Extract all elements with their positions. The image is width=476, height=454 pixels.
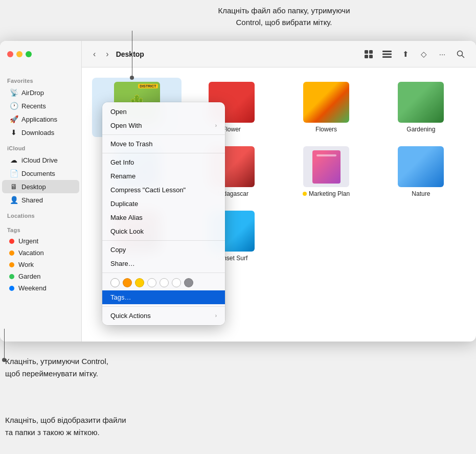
sidebar-item-applications[interactable]: 🚀 Applications <box>2 112 79 126</box>
context-menu: Open Open With › Move to Trash Get Info … <box>102 102 225 325</box>
garden-tag-dot <box>9 274 14 279</box>
sidebar-label-garden: Garden <box>18 273 40 280</box>
file-label-nature: Nature <box>412 190 430 197</box>
ctx-get-info[interactable]: Get Info <box>102 155 225 169</box>
finder-window: Favorites 📡 AirDrop 🕐 Recents 🚀 Applicat… <box>0 41 476 342</box>
ctx-open[interactable]: Open <box>102 105 225 119</box>
downloads-icon: ⬇ <box>9 128 18 137</box>
tag-circle-orange[interactable] <box>123 278 132 287</box>
applications-icon: 🚀 <box>9 115 18 124</box>
forward-button[interactable]: › <box>103 48 111 61</box>
ctx-open-with[interactable]: Open With › <box>102 119 225 132</box>
sidebar-label-urgent: Urgent <box>18 237 38 245</box>
ctx-sep-4 <box>102 273 225 273</box>
view-grid-button[interactable] <box>361 47 376 61</box>
gardening-thumbnail <box>398 82 444 123</box>
ctx-quick-look[interactable]: Quick Look <box>102 224 225 238</box>
sidebar-label-weekend: Weekend <box>18 284 47 292</box>
file-item-nature[interactable]: Nature <box>376 142 466 201</box>
ctx-copy[interactable]: Copy <box>102 243 225 257</box>
sidebar-item-work[interactable]: Work <box>2 259 79 270</box>
sidebar-label-shared: Shared <box>21 196 43 204</box>
sidebar-item-urgent[interactable]: Urgent <box>2 235 79 247</box>
sidebar-item-desktop[interactable]: 🖥 Desktop <box>2 180 79 193</box>
sidebar-section-icloud: iCloud <box>0 139 81 153</box>
shared-icon: 👤 <box>9 195 18 205</box>
work-tag-dot <box>9 262 14 267</box>
documents-icon: 📄 <box>9 169 18 178</box>
sidebar-label-desktop: Desktop <box>21 183 46 191</box>
district-badge: DISTRICT <box>138 84 157 88</box>
sidebar-label-documents: Documents <box>21 170 55 177</box>
sidebar-label-applications: Applications <box>21 116 57 123</box>
svg-line-8 <box>462 55 464 57</box>
sidebar-section-favorites: Favorites <box>0 72 81 86</box>
toolbar-title: Desktop <box>116 50 357 58</box>
ctx-rename[interactable]: Rename <box>102 169 225 183</box>
file-label-marketing: Marketing Plan <box>303 190 350 197</box>
ctx-sep-1 <box>102 134 225 135</box>
marketing-thumbnail <box>312 150 341 184</box>
ctx-compress[interactable]: Compress "Cacti Lesson" <box>102 183 225 197</box>
file-thumb-marketing <box>303 146 349 187</box>
file-item-gardening[interactable]: Gardening <box>376 78 466 137</box>
file-thumb-flowers <box>303 82 349 123</box>
more-button[interactable]: ··· <box>435 47 449 61</box>
ctx-sep-3 <box>102 240 225 241</box>
ctx-quick-actions[interactable]: Quick Actions › <box>102 309 225 323</box>
sidebar-item-weekend[interactable]: Weekend <box>2 282 79 294</box>
ctx-share[interactable]: Share… <box>102 257 225 270</box>
sidebar-item-garden[interactable]: Garden <box>2 270 79 282</box>
file-item-marketing[interactable]: Marketing Plan <box>282 142 371 201</box>
toolbar-icons: ⬆ ◇ ··· <box>361 47 468 61</box>
ctx-move-to-trash[interactable]: Move to Trash <box>102 137 225 151</box>
ctx-sep-5 <box>102 306 225 307</box>
svg-rect-5 <box>382 53 392 55</box>
tag-circle-white2[interactable] <box>160 278 169 287</box>
tag-circle-white3[interactable] <box>172 278 181 287</box>
sidebar-item-recents[interactable]: 🕐 Recents <box>2 99 79 112</box>
callout-dot-bottom <box>2 358 6 362</box>
sidebar-label-recents: Recents <box>21 102 46 110</box>
sidebar-item-downloads[interactable]: ⬇ Downloads <box>2 126 79 139</box>
search-button[interactable] <box>454 47 468 61</box>
callout-line-bottom <box>4 329 5 359</box>
file-item-flowers[interactable]: Flowers <box>282 78 371 137</box>
annotation-bottom-left: Клацніть, щоб відобразити файли та папки… <box>5 414 126 439</box>
callout-dot-top <box>130 76 134 80</box>
tag-circle-yellow[interactable] <box>135 278 144 287</box>
traffic-light-minimize[interactable] <box>16 51 22 57</box>
sidebar-item-vacation[interactable]: Vacation <box>2 247 79 259</box>
svg-rect-0 <box>365 50 368 54</box>
tag-button[interactable]: ◇ <box>417 47 431 61</box>
ctx-sep-2 <box>102 153 225 153</box>
traffic-light-fullscreen[interactable] <box>26 51 32 57</box>
file-label-gardening: Gardening <box>406 126 435 133</box>
tag-circle-none[interactable] <box>110 278 120 287</box>
traffic-light-close[interactable] <box>7 51 13 57</box>
ctx-make-alias[interactable]: Make Alias <box>102 211 225 224</box>
file-thumb-nature <box>398 146 444 187</box>
back-button[interactable]: ‹ <box>90 48 99 61</box>
ctx-tags[interactable]: Tags… <box>102 290 225 304</box>
sidebar-label-airdrop: AirDrop <box>21 89 44 97</box>
finder-toolbar: ‹ › Desktop <box>82 41 476 67</box>
sidebar-section-tags: Tags <box>0 221 81 235</box>
urgent-tag-dot <box>9 239 14 244</box>
svg-rect-4 <box>382 51 392 52</box>
sidebar-item-shared[interactable]: 👤 Shared <box>2 193 79 207</box>
sidebar-label-vacation: Vacation <box>18 249 44 257</box>
sidebar-label-downloads: Downloads <box>21 129 54 137</box>
share-button[interactable]: ⬆ <box>398 47 413 61</box>
sidebar-item-icloud-drive[interactable]: ☁ iCloud Drive <box>2 153 79 167</box>
svg-rect-6 <box>382 56 392 58</box>
flowers-thumbnail <box>303 82 349 123</box>
airdrop-icon: 📡 <box>9 88 18 97</box>
sidebar-item-airdrop[interactable]: 📡 AirDrop <box>2 86 79 99</box>
sidebar-item-documents[interactable]: 📄 Documents <box>2 167 79 180</box>
ctx-duplicate[interactable]: Duplicate <box>102 197 225 211</box>
svg-rect-3 <box>369 55 373 58</box>
tag-circle-white1[interactable] <box>147 278 156 287</box>
view-list-button[interactable] <box>380 47 394 61</box>
tag-circle-gray[interactable] <box>184 278 193 287</box>
